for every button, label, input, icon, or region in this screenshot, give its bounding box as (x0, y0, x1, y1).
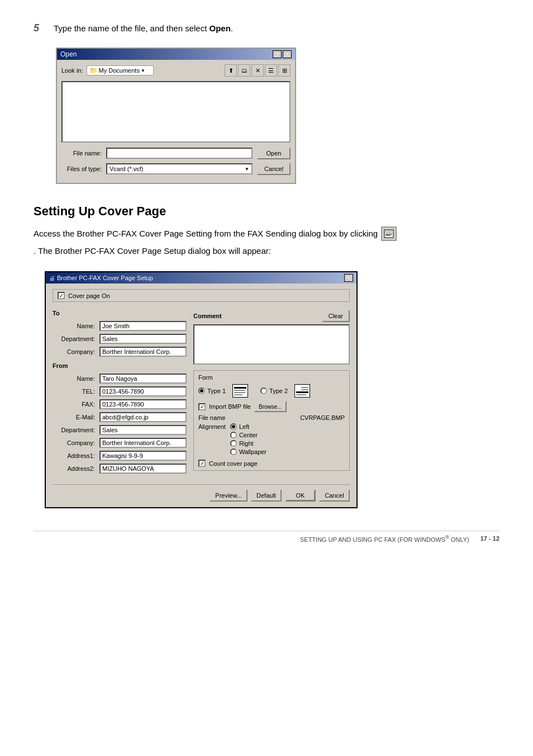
from-addr1-row: Address1: (53, 451, 187, 461)
align-right-label: Right (239, 440, 254, 447)
file-type-combo[interactable]: Vcard (*.vcf) ▼ (106, 163, 253, 174)
cover-title-bar: 🖨 Brother PC-FAX Cover Page Setup × (46, 272, 356, 284)
from-tel-label: TEL: (53, 388, 97, 395)
browse-button[interactable]: Browse... (254, 401, 287, 412)
from-email-input[interactable] (99, 412, 187, 422)
folder-icon-small: 📁 (89, 67, 98, 74)
file-name-row: File name: Open (61, 147, 291, 159)
align-wallpaper-option[interactable]: Wallpaper (230, 448, 266, 455)
cover-close-button[interactable]: × (344, 274, 353, 282)
section-body: Access the Brother PC-FAX Cover Page Set… (34, 226, 499, 258)
open-cancel-button[interactable]: Cancel (257, 163, 291, 175)
from-addr2-row: Address2: (53, 464, 187, 474)
from-tel-input[interactable] (99, 386, 187, 396)
clear-button[interactable]: Clear (322, 310, 350, 322)
import-bmp-row: ✓ Import BMP file Browse... (198, 401, 345, 412)
file-type-label: Files of type: (61, 166, 102, 172)
close-button[interactable]: × (283, 50, 292, 58)
file-name-label: File name: (61, 150, 102, 157)
default-button[interactable]: Default (251, 489, 282, 502)
to-name-label: Name: (53, 323, 97, 329)
type2-radio[interactable] (260, 388, 267, 394)
section-body-text2: . The Brother PC-FAX Cover Page Setup di… (34, 244, 271, 258)
align-wallpaper-radio[interactable] (230, 448, 237, 455)
comment-label: Comment (193, 313, 222, 319)
count-cover-checkbox[interactable]: ✓ (198, 460, 206, 467)
type1-preview (232, 384, 248, 398)
align-center-option[interactable]: Center (230, 432, 266, 438)
cover-title-text: Brother PC-FAX Cover Page Setup (57, 275, 344, 281)
to-dept-row: Department: (53, 334, 187, 344)
from-company-input[interactable] (99, 438, 187, 448)
from-dept-input[interactable] (99, 425, 187, 435)
look-in-arrow[interactable]: ▼ (141, 68, 145, 73)
from-addr2-input[interactable] (99, 464, 187, 474)
toolbar-icon-4[interactable]: ☰ (265, 64, 277, 77)
type1-radio[interactable] (198, 388, 205, 394)
to-company-input[interactable] (99, 347, 187, 357)
type2-option[interactable]: Type 2 (260, 388, 288, 394)
toolbar-icons: ⬆ 🗂 ✕ ☰ ⊞ (225, 64, 291, 77)
align-right-option[interactable]: Right (230, 440, 266, 447)
type1-option[interactable]: Type 1 (198, 388, 226, 394)
from-addr2-label: Address2: (53, 465, 97, 472)
toolbar-icon-5[interactable]: ⊞ (278, 64, 291, 77)
from-dept-label: Department: (53, 427, 97, 433)
count-cover-row: ✓ Count cover page (198, 460, 345, 467)
from-email-row: E-Mail: (53, 412, 187, 422)
bottom-buttons: Preview... Default OK Cancel (53, 484, 350, 502)
cover-title-icon: 🖨 (49, 275, 55, 281)
comment-textarea[interactable] (193, 324, 350, 365)
preview-button[interactable]: Preview... (210, 489, 248, 502)
svg-rect-1 (386, 231, 392, 233)
from-fax-row: FAX: (53, 399, 187, 409)
file-list-area (61, 81, 291, 143)
step-instruction: 5 Type the name of the file, and then se… (34, 22, 499, 34)
toolbar-icon-1[interactable]: ⬆ (225, 64, 237, 77)
step-number: 5 (34, 22, 45, 34)
title-bar-buttons: ? × (273, 50, 292, 58)
toolbar-icon-2[interactable]: 🗂 (238, 64, 250, 77)
file-name-input[interactable] (106, 148, 253, 159)
type2-label: Type 2 (269, 388, 288, 394)
to-name-input[interactable] (99, 321, 187, 331)
from-name-row: Name: (53, 374, 187, 384)
page-footer: SETTING UP AND USING PC FAX (FOR WINDOWS… (34, 531, 499, 543)
file-name-label2: File name (198, 414, 225, 421)
toolbar-icon-3[interactable]: ✕ (251, 64, 264, 77)
type1-label: Type 1 (207, 388, 226, 394)
to-company-row: Company: (53, 347, 187, 357)
alignment-label: Alignment (198, 423, 226, 430)
align-right-radio[interactable] (230, 440, 237, 447)
from-company-row: Company: (53, 438, 187, 448)
from-name-input[interactable] (99, 374, 187, 384)
type2-preview (294, 384, 310, 398)
to-dept-label: Department: (53, 336, 97, 342)
section-body-text: Access the Brother PC-FAX Cover Page Set… (34, 227, 378, 240)
look-in-combo[interactable]: 📁 My Documents ▼ (87, 65, 154, 75)
from-company-label: Company: (53, 440, 97, 446)
open-dialog: Open ? × Look in: 📁 My Documents ▼ ⬆ 🗂 ✕… (56, 48, 296, 184)
from-fax-input[interactable] (99, 399, 187, 409)
form-type-row: Type 1 Type 2 (198, 384, 345, 398)
file-type-arrow[interactable]: ▼ (245, 167, 249, 172)
from-addr1-label: Address1: (53, 452, 97, 459)
align-center-radio[interactable] (230, 432, 237, 438)
ok-button[interactable]: OK (285, 489, 316, 502)
from-fax-label: FAX: (53, 401, 97, 408)
open-dialog-title-bar: Open ? × (57, 49, 295, 60)
count-cover-label: Count cover page (209, 460, 258, 467)
cancel-button[interactable]: Cancel (319, 489, 350, 502)
footer-text: SETTING UP AND USING PC FAX (FOR WINDOWS… (300, 535, 469, 543)
align-left-option[interactable]: Left (230, 423, 266, 430)
alignment-options: Left Center Right (230, 423, 266, 455)
from-addr1-input[interactable] (99, 451, 187, 461)
cover-page-icon (381, 226, 397, 241)
open-button[interactable]: Open (257, 147, 291, 159)
question-button[interactable]: ? (273, 50, 282, 58)
import-bmp-checkbox[interactable]: ✓ (198, 403, 206, 410)
to-dept-input[interactable] (99, 334, 187, 344)
cover-page-on-checkbox[interactable]: ✓ (58, 292, 65, 299)
cover-page-on-label: Cover page On (68, 292, 110, 299)
align-left-radio[interactable] (230, 423, 237, 430)
